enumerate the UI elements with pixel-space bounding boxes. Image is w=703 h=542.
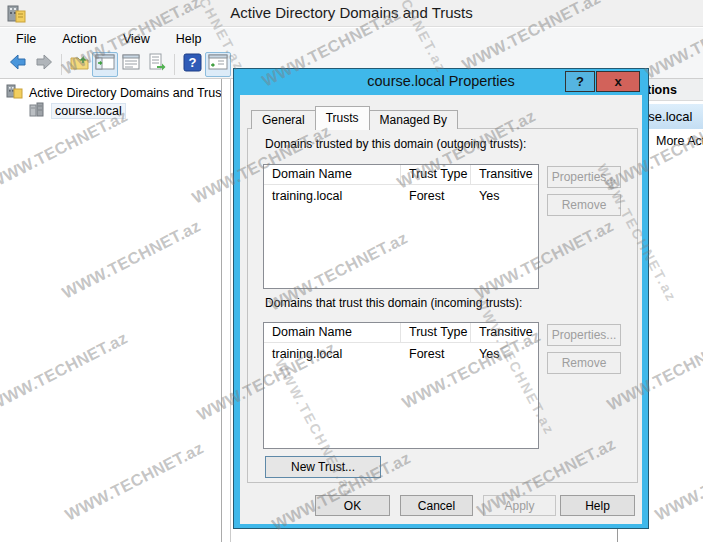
outgoing-properties-button: Properties...: [547, 166, 621, 188]
export-list-icon: [147, 52, 167, 76]
toolbar-export-list-button[interactable]: [144, 52, 170, 77]
tree-item-course-local[interactable]: course.local: [28, 101, 126, 120]
ok-button[interactable]: OK: [315, 495, 390, 516]
apply-button: Apply: [483, 495, 556, 516]
column-domain-name[interactable]: Domain Name: [264, 323, 401, 342]
tree-child-label: course.local: [51, 103, 126, 119]
show-console-tree-icon: [95, 53, 115, 75]
toolbar-separator: [174, 54, 175, 75]
menu-file[interactable]: File: [3, 28, 49, 50]
incoming-remove-button: Remove: [547, 352, 621, 374]
list-header: Domain Name Trust Type Transitive: [264, 323, 538, 343]
show-window-icon: [208, 53, 228, 75]
dialog-body: General Trusts Managed By Domains truste…: [240, 95, 642, 524]
tree-root-label: Active Directory Domains and Trusts: [29, 86, 222, 100]
toolbar-up-one-level-button[interactable]: [66, 52, 92, 77]
column-trust-type[interactable]: Trust Type: [401, 323, 471, 342]
cell-domain-name: training.local: [264, 187, 401, 206]
help-button[interactable]: Help: [560, 495, 635, 516]
toolbar-back-button[interactable]: [5, 52, 31, 77]
cell-trust-type: Forest: [401, 187, 471, 206]
cell-domain-name: training.local: [264, 345, 401, 364]
column-transitive[interactable]: Transitive: [471, 323, 531, 342]
toolbar-separator: [61, 54, 62, 75]
incoming-trusts-label: Domains that trust this domain (incoming…: [265, 296, 522, 310]
properties-window-icon: [121, 53, 141, 75]
incoming-trusts-list[interactable]: Domain Name Trust Type Transitive traini…: [263, 322, 539, 449]
console-tree-pane: Active Directory Domains and Trusts cour…: [0, 79, 222, 542]
menu-bar: File Action View Help: [0, 28, 703, 50]
outgoing-trusts-list[interactable]: Domain Name Trust Type Transitive traini…: [263, 164, 539, 289]
column-trust-type[interactable]: Trust Type: [401, 165, 471, 184]
outgoing-trusts-label: Domains trusted by this domain (outgoing…: [265, 137, 526, 151]
back-icon: [7, 51, 29, 77]
dialog-help-button[interactable]: ?: [565, 71, 595, 92]
tree-item-ad-domains-trusts[interactable]: Active Directory Domains and Trusts: [6, 83, 222, 102]
outgoing-remove-button: Remove: [547, 194, 621, 216]
toolbar-show-console-tree-button[interactable]: [92, 52, 118, 77]
window-titlebar[interactable]: Active Directory Domains and Trusts: [0, 0, 703, 27]
forward-icon: [33, 51, 55, 77]
menu-action[interactable]: Action: [49, 28, 110, 50]
list-header: Domain Name Trust Type Transitive: [264, 165, 538, 185]
toolbar-show-window-button[interactable]: [205, 52, 231, 77]
cell-trust-type: Forest: [401, 345, 471, 364]
mmc-window: Active Directory Domains and Trusts File…: [0, 0, 703, 542]
tab-general[interactable]: General: [251, 110, 316, 129]
tab-strip: General Trusts Managed By: [251, 103, 457, 129]
table-row[interactable]: training.local Forest Yes: [264, 345, 538, 364]
toolbar-help-button[interactable]: ?: [179, 52, 205, 77]
toolbar-properties-button[interactable]: [118, 52, 144, 77]
column-domain-name[interactable]: Domain Name: [264, 165, 401, 184]
dialog-close-button[interactable]: x: [596, 71, 640, 92]
tab-trusts[interactable]: Trusts: [315, 106, 370, 130]
domain-icon: [28, 101, 46, 120]
menu-help[interactable]: Help: [163, 28, 215, 50]
pane-divider[interactable]: [230, 79, 231, 542]
toolbar-forward-button[interactable]: [31, 52, 57, 77]
window-title: Active Directory Domains and Trusts: [0, 4, 703, 21]
help-icon: ?: [183, 53, 202, 76]
new-trust-button[interactable]: New Trust...: [265, 456, 381, 478]
tab-managed-by[interactable]: Managed By: [369, 110, 458, 129]
svg-text:?: ?: [188, 55, 196, 70]
table-row[interactable]: training.local Forest Yes: [264, 187, 538, 206]
cancel-button[interactable]: Cancel: [400, 495, 473, 516]
up-one-level-icon: [69, 52, 90, 76]
column-transitive[interactable]: Transitive: [471, 165, 531, 184]
menu-view[interactable]: View: [110, 28, 163, 50]
incoming-properties-button: Properties...: [547, 324, 621, 346]
ad-domains-trusts-icon: [6, 83, 24, 102]
properties-dialog: course.local Properties ? x General Trus…: [233, 68, 649, 529]
cell-transitive: Yes: [471, 187, 531, 206]
cell-transitive: Yes: [471, 345, 531, 364]
